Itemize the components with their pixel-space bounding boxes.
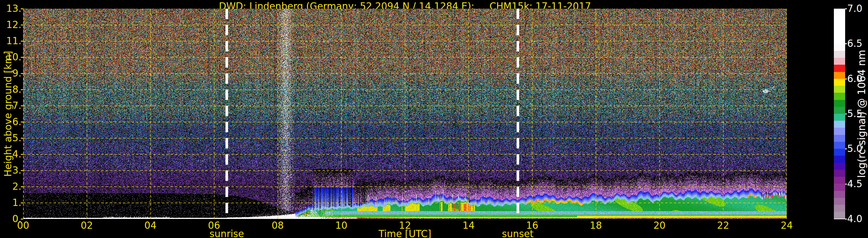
x-tick-label: 08 (265, 220, 291, 231)
y-tick-mark (21, 25, 23, 26)
y-tick-label: 12. (0, 19, 22, 30)
page-root: { "colors": { "background": "#000000", "… (0, 0, 868, 238)
y-tick-label: 4. (0, 148, 22, 160)
colorbar-tick-label: 5.5 (847, 108, 868, 119)
colorbar-tick-label: 6.5 (847, 38, 868, 49)
colorbar-tick-mark (845, 78, 847, 79)
x-tick-label: 18 (583, 220, 609, 231)
y-tick-mark (21, 138, 23, 139)
y-tick-label: 0. (0, 213, 22, 225)
y-tick-mark (21, 186, 23, 187)
y-tick-mark (21, 154, 23, 155)
y-tick-label: 6. (0, 116, 22, 127)
x-tick-label: 04 (137, 220, 163, 231)
y-tick-mark (21, 105, 23, 106)
y-tick-mark (21, 8, 23, 9)
colorbar-baseline (834, 219, 845, 219)
x-tick-label: 02 (74, 220, 100, 231)
x-tick-label: 14 (456, 220, 482, 231)
y-tick-label: 2. (0, 181, 22, 192)
y-tick-label: 1. (0, 197, 22, 208)
colorbar-tick-mark (845, 148, 847, 149)
y-tick-mark (21, 219, 23, 219)
colorbar-tick-mark (845, 184, 847, 184)
y-tick-mark (21, 89, 23, 90)
y-tick-label: 3. (0, 165, 22, 176)
colorbar-tick-mark (845, 43, 847, 44)
y-tick-mark (21, 41, 23, 42)
y-tick-mark (21, 202, 23, 203)
colorbar-tick-label: 7.0 (847, 3, 868, 14)
y-tick-mark (21, 57, 23, 58)
y-tick-label: 13. (0, 3, 22, 14)
colorbar-canvas (834, 9, 845, 219)
y-tick-label: 9. (0, 68, 22, 79)
colorbar-tick-label: 5.0 (847, 143, 868, 154)
colorbar-tick-label: 4.5 (847, 178, 868, 190)
y-tick-label: 8. (0, 84, 22, 95)
y-tick-label: 7. (0, 100, 22, 111)
y-tick-mark (21, 122, 23, 123)
x-tick-label: 10 (328, 220, 354, 231)
x-tick-label: 06 (201, 220, 227, 231)
y-tick-label: 10. (0, 52, 22, 63)
x-tick-label: 24 (774, 220, 800, 231)
x-tick-label: 16 (519, 220, 545, 231)
x-tick-label: 22 (710, 220, 736, 231)
y-tick-label: 5. (0, 132, 22, 143)
colorbar-tick-label: 4.0 (847, 213, 868, 225)
x-tick-label: 12 (392, 220, 418, 231)
colorbar-tick-mark (845, 8, 847, 9)
colorbar-tick-mark (845, 113, 847, 114)
colorbar-tick-label: 6.0 (847, 73, 868, 84)
heatmap-canvas (23, 9, 787, 219)
x-tick-label: 20 (646, 220, 673, 231)
y-tick-label: 11. (0, 35, 22, 46)
y-tick-mark (21, 170, 23, 171)
y-tick-mark (21, 73, 23, 74)
colorbar-tick-mark (845, 219, 847, 219)
